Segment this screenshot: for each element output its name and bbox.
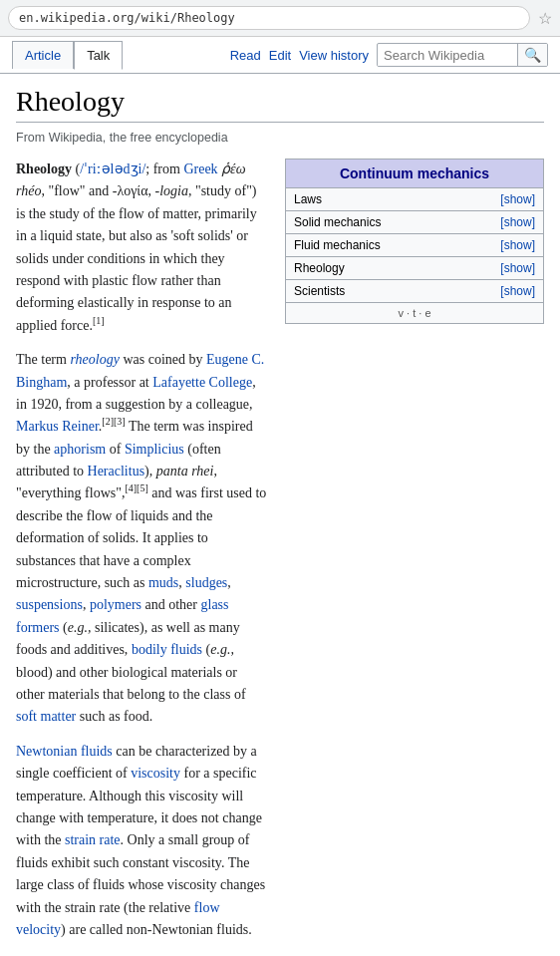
coined-paragraph: The term rheology was coined by Eugene C…: [16, 349, 269, 729]
eg-glass: e.g.,: [68, 620, 92, 635]
logia-word: -logia: [154, 183, 187, 198]
eg-blood: e.g.,: [210, 642, 234, 657]
infobox-row-rheology: Rheology [show]: [286, 256, 543, 279]
panta-rhei: panta rhei: [156, 464, 214, 478]
bodily-fluids-link[interactable]: bodily fluids: [132, 642, 202, 657]
infobox-label-fluid: Fluid mechanics: [294, 238, 381, 252]
suspensions-link[interactable]: suspensions: [16, 597, 83, 612]
infobox-show-laws[interactable]: [show]: [500, 192, 535, 206]
ipa-link[interactable]: /ˈriːələdʒi/: [80, 161, 145, 176]
infobox-label-rheology: Rheology: [294, 261, 345, 275]
intro-paragraph: Rheology (/ˈriːələdʒi/; from Greek ῥέω r…: [16, 159, 269, 337]
infobox-show-rheology[interactable]: [show]: [500, 261, 535, 275]
bookmark-icon[interactable]: ☆: [538, 9, 552, 28]
infobox: Continuum mechanics Laws [show] Solid me…: [285, 159, 544, 324]
tab-talk[interactable]: Talk: [74, 41, 123, 70]
rheology-term-link[interactable]: rheology: [70, 352, 120, 367]
article: Rheology From Wikipedia, the free encycl…: [0, 74, 560, 956]
heraclitus-link[interactable]: Heraclitus: [88, 464, 145, 478]
tab-article[interactable]: Article: [12, 41, 74, 69]
article-subtitle: From Wikipedia, the free encyclopedia: [16, 131, 544, 145]
muds-link[interactable]: muds: [148, 575, 178, 590]
strain-rate-link[interactable]: strain rate: [65, 832, 121, 847]
infobox-label-scientists: Scientists: [294, 284, 345, 298]
rheo-word: rhéo: [16, 183, 41, 198]
soft-matter-link[interactable]: soft matter: [16, 709, 76, 724]
url-bar[interactable]: en.wikipedia.org/wiki/Rheology: [8, 6, 530, 30]
infobox-label-solid: Solid mechanics: [294, 215, 381, 229]
viscosity-link[interactable]: viscosity: [131, 766, 180, 781]
action-read[interactable]: Read: [230, 48, 261, 63]
newtonian-fluids-link[interactable]: Newtonian fluids: [16, 744, 113, 759]
search-input[interactable]: [378, 45, 517, 66]
infobox-row-solid: Solid mechanics [show]: [286, 210, 543, 233]
browser-bar: en.wikipedia.org/wiki/Rheology ☆: [0, 0, 560, 37]
article-title: Rheology: [16, 86, 544, 123]
infobox-show-scientists[interactable]: [show]: [500, 284, 535, 298]
flow-velocity-link[interactable]: flow velocity: [16, 900, 220, 937]
infobox-row-fluid: Fluid mechanics [show]: [286, 233, 543, 256]
newtonian-paragraph: Newtonian fluids can be characterized by…: [16, 741, 269, 942]
lafayette-link[interactable]: Lafayette College: [152, 375, 252, 390]
infobox-show-fluid[interactable]: [show]: [500, 238, 535, 252]
greek-word: ῥέω: [221, 161, 245, 176]
simplicius-link[interactable]: Simplicius: [125, 442, 184, 457]
action-view-history[interactable]: View history: [299, 48, 369, 63]
wiki-nav: Article Talk Read Edit View history 🔍: [0, 37, 560, 74]
infobox-row-scientists: Scientists [show]: [286, 279, 543, 302]
infobox-row-laws: Laws [show]: [286, 187, 543, 210]
ref-2-3: [2][3]: [102, 417, 125, 428]
infobox-title: Continuum mechanics: [286, 159, 543, 187]
infobox-show-solid[interactable]: [show]: [500, 215, 535, 229]
polymers-link[interactable]: polymers: [90, 597, 141, 612]
ref-1: [1]: [93, 315, 105, 326]
wiki-actions: Read Edit View history 🔍: [230, 43, 548, 67]
infobox-label-laws: Laws: [294, 192, 322, 206]
search-button[interactable]: 🔍: [517, 44, 547, 66]
ref-4-5: [4][5]: [125, 483, 147, 494]
search-box: 🔍: [377, 43, 548, 67]
sludges-link[interactable]: sludges: [185, 575, 227, 590]
action-edit[interactable]: Edit: [269, 48, 291, 63]
body-text: Rheology (/ˈriːələdʒi/; from Greek ῥέω r…: [16, 159, 269, 956]
infobox-footer: v · t · e: [286, 302, 543, 323]
greek-link[interactable]: Greek: [183, 161, 217, 176]
rheology-bold: Rheology: [16, 161, 72, 176]
reiner-link[interactable]: Markus Reiner: [16, 419, 99, 434]
aphorism-link[interactable]: aphorism: [54, 442, 106, 457]
